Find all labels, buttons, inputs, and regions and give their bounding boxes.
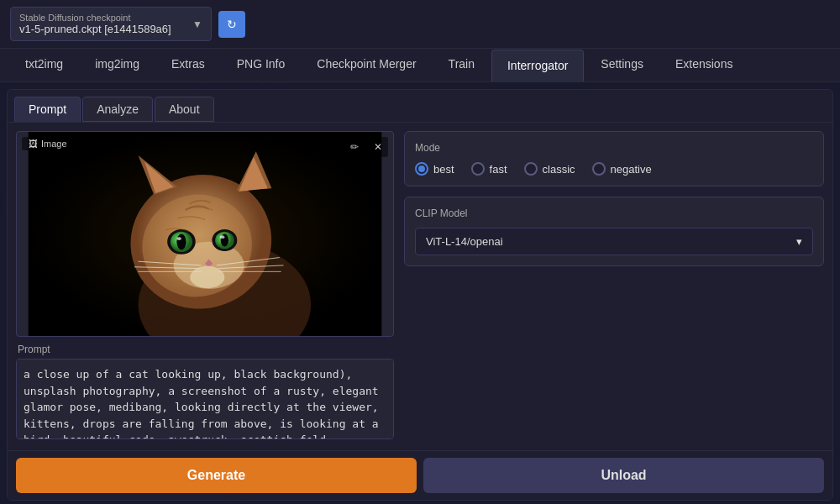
edit-icon: ✏ — [350, 141, 359, 153]
mode-label: Mode — [415, 142, 813, 154]
tab-png-info[interactable]: PNG Info — [222, 49, 301, 81]
tab-checkpoint-merger[interactable]: Checkpoint Merger — [302, 49, 431, 81]
mode-negative-radio[interactable] — [592, 162, 606, 176]
prompt-area: Prompt a close up of a cat looking up, b… — [16, 344, 394, 442]
refresh-icon: ↻ — [227, 18, 237, 31]
checkpoint-info: Stable Diffusion checkpoint v1-5-pruned.… — [19, 13, 171, 35]
cat-svg — [17, 132, 393, 336]
mode-best-radio[interactable] — [415, 162, 428, 176]
checkpoint-dropdown-arrow: ▼ — [192, 18, 202, 30]
mode-negative-label: negative — [611, 163, 652, 176]
tab-interrogator[interactable]: Interrogator — [491, 50, 584, 81]
mode-fast-label: fast — [490, 163, 507, 176]
generate-button[interactable]: Generate — [16, 458, 417, 493]
mode-best-label: best — [433, 163, 454, 176]
clip-model-value: ViT-L-14/openai — [426, 235, 503, 248]
bottom-buttons: Generate Unload — [8, 450, 832, 500]
checkpoint-selector[interactable]: Stable Diffusion checkpoint v1-5-pruned.… — [10, 7, 212, 41]
nav-tabs: txt2img img2img Extras PNG Info Checkpoi… — [0, 49, 840, 82]
image-label-text: Image — [41, 139, 67, 149]
image-label: 🖼 Image — [22, 137, 74, 150]
mode-classic-label: classic — [543, 163, 575, 176]
mode-classic-option[interactable]: classic — [524, 162, 575, 176]
close-image-button[interactable]: ✕ — [368, 137, 388, 157]
mode-negative-option[interactable]: negative — [592, 162, 652, 176]
tab-settings[interactable]: Settings — [585, 49, 659, 81]
mode-classic-radio[interactable] — [524, 162, 538, 176]
prompt-area-label: Prompt — [16, 344, 394, 355]
app-container: Stable Diffusion checkpoint v1-5-pruned.… — [0, 0, 840, 504]
controls-panel: Mode best fast classic — [404, 131, 824, 442]
tab-train[interactable]: Train — [433, 49, 490, 81]
prompt-textarea[interactable]: a close up of a cat looking up, black ba… — [16, 359, 394, 439]
tab-extensions[interactable]: Extensions — [660, 49, 748, 81]
cat-photo — [17, 132, 393, 336]
clip-model-label: CLIP Model — [415, 207, 813, 219]
subtab-analyze[interactable]: Analyze — [82, 97, 153, 122]
svg-point-8 — [176, 237, 181, 240]
mode-best-option[interactable]: best — [415, 162, 454, 176]
top-bar: Stable Diffusion checkpoint v1-5-pruned.… — [0, 0, 840, 49]
mode-options: best fast classic negative — [415, 162, 813, 176]
main-content: 🖼 Image ✏ ✕ — [8, 123, 832, 450]
image-actions: ✏ ✕ — [344, 137, 388, 157]
svg-point-12 — [220, 235, 225, 239]
checkpoint-label: Stable Diffusion checkpoint — [19, 13, 171, 23]
subtab-prompt[interactable]: Prompt — [14, 97, 81, 122]
unload-button[interactable]: Unload — [423, 458, 824, 493]
refresh-button[interactable]: ↻ — [218, 11, 245, 38]
image-icon: 🖼 — [29, 139, 38, 149]
image-panel: 🖼 Image ✏ ✕ — [16, 131, 394, 442]
tab-txt2img[interactable]: txt2img — [10, 49, 78, 81]
clip-model-select[interactable]: ViT-L-14/openai ▾ — [415, 228, 813, 255]
tab-extras[interactable]: Extras — [156, 49, 220, 81]
sub-tabs: Prompt Analyze About — [8, 90, 832, 123]
clip-model-control-box: CLIP Model ViT-L-14/openai ▾ — [404, 197, 824, 266]
mode-fast-radio[interactable] — [471, 162, 485, 176]
svg-point-7 — [176, 234, 186, 250]
mode-control-box: Mode best fast classic — [404, 131, 824, 186]
clip-model-arrow: ▾ — [796, 235, 802, 248]
content-area: Prompt Analyze About 🖼 Image ✏ — [7, 89, 833, 501]
checkpoint-value: v1-5-pruned.ckpt [e1441589a6] — [19, 23, 171, 35]
svg-point-23 — [190, 266, 224, 288]
mode-fast-option[interactable]: fast — [471, 162, 507, 176]
close-icon: ✕ — [374, 141, 382, 153]
image-container[interactable]: 🖼 Image ✏ ✕ — [16, 131, 394, 337]
tab-img2img[interactable]: img2img — [80, 49, 155, 81]
edit-image-button[interactable]: ✏ — [344, 137, 365, 157]
subtab-about[interactable]: About — [155, 97, 214, 122]
